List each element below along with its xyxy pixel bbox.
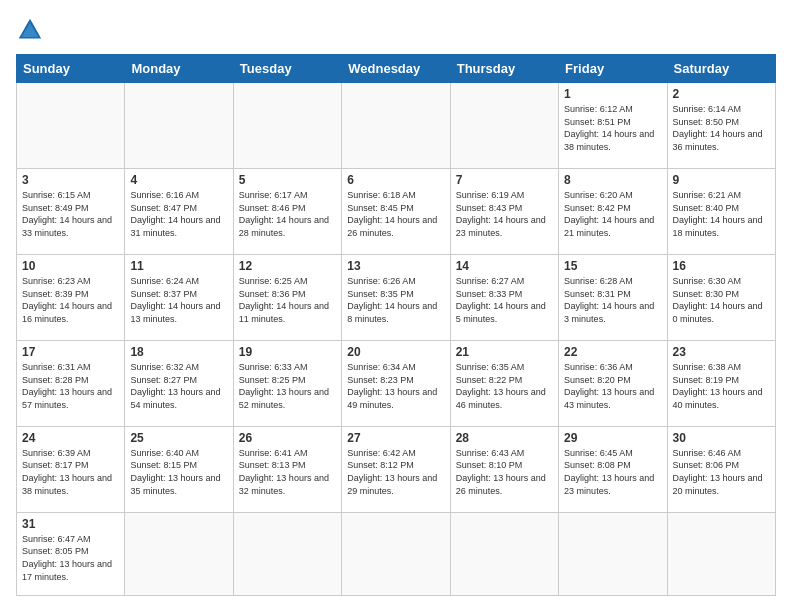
day-number: 17 [22, 345, 119, 359]
calendar-cell: 9Sunrise: 6:21 AM Sunset: 8:40 PM Daylig… [667, 168, 775, 254]
calendar-week-3: 17Sunrise: 6:31 AM Sunset: 8:28 PM Dayli… [17, 340, 776, 426]
calendar-cell: 31Sunrise: 6:47 AM Sunset: 8:05 PM Dayli… [17, 512, 125, 595]
day-number: 9 [673, 173, 770, 187]
day-info: Sunrise: 6:47 AM Sunset: 8:05 PM Dayligh… [22, 534, 112, 582]
calendar-week-1: 3Sunrise: 6:15 AM Sunset: 8:49 PM Daylig… [17, 168, 776, 254]
day-info: Sunrise: 6:40 AM Sunset: 8:15 PM Dayligh… [130, 448, 220, 496]
day-number: 8 [564, 173, 661, 187]
calendar-cell [233, 83, 341, 169]
day-number: 6 [347, 173, 444, 187]
day-number: 12 [239, 259, 336, 273]
calendar-cell [125, 512, 233, 595]
day-info: Sunrise: 6:35 AM Sunset: 8:22 PM Dayligh… [456, 362, 546, 410]
day-number: 19 [239, 345, 336, 359]
calendar-header-wednesday: Wednesday [342, 55, 450, 83]
day-number: 25 [130, 431, 227, 445]
calendar-cell: 1Sunrise: 6:12 AM Sunset: 8:51 PM Daylig… [559, 83, 667, 169]
day-number: 22 [564, 345, 661, 359]
day-info: Sunrise: 6:18 AM Sunset: 8:45 PM Dayligh… [347, 190, 437, 238]
calendar-header-thursday: Thursday [450, 55, 558, 83]
day-info: Sunrise: 6:28 AM Sunset: 8:31 PM Dayligh… [564, 276, 654, 324]
calendar-week-5: 31Sunrise: 6:47 AM Sunset: 8:05 PM Dayli… [17, 512, 776, 595]
calendar-cell: 6Sunrise: 6:18 AM Sunset: 8:45 PM Daylig… [342, 168, 450, 254]
calendar-cell [450, 512, 558, 595]
calendar-cell: 13Sunrise: 6:26 AM Sunset: 8:35 PM Dayli… [342, 254, 450, 340]
day-number: 11 [130, 259, 227, 273]
calendar-cell: 16Sunrise: 6:30 AM Sunset: 8:30 PM Dayli… [667, 254, 775, 340]
calendar-cell [667, 512, 775, 595]
day-number: 5 [239, 173, 336, 187]
day-info: Sunrise: 6:17 AM Sunset: 8:46 PM Dayligh… [239, 190, 329, 238]
day-number: 28 [456, 431, 553, 445]
calendar-cell: 25Sunrise: 6:40 AM Sunset: 8:15 PM Dayli… [125, 426, 233, 512]
day-number: 7 [456, 173, 553, 187]
calendar-cell: 3Sunrise: 6:15 AM Sunset: 8:49 PM Daylig… [17, 168, 125, 254]
day-info: Sunrise: 6:45 AM Sunset: 8:08 PM Dayligh… [564, 448, 654, 496]
day-number: 16 [673, 259, 770, 273]
day-info: Sunrise: 6:30 AM Sunset: 8:30 PM Dayligh… [673, 276, 763, 324]
calendar-header-tuesday: Tuesday [233, 55, 341, 83]
calendar-cell [233, 512, 341, 595]
calendar-cell [342, 512, 450, 595]
calendar-cell: 19Sunrise: 6:33 AM Sunset: 8:25 PM Dayli… [233, 340, 341, 426]
calendar-cell: 12Sunrise: 6:25 AM Sunset: 8:36 PM Dayli… [233, 254, 341, 340]
day-number: 20 [347, 345, 444, 359]
day-info: Sunrise: 6:41 AM Sunset: 8:13 PM Dayligh… [239, 448, 329, 496]
calendar-cell: 2Sunrise: 6:14 AM Sunset: 8:50 PM Daylig… [667, 83, 775, 169]
day-number: 23 [673, 345, 770, 359]
day-info: Sunrise: 6:16 AM Sunset: 8:47 PM Dayligh… [130, 190, 220, 238]
day-number: 26 [239, 431, 336, 445]
logo [16, 16, 48, 44]
calendar-cell [17, 83, 125, 169]
calendar-cell [559, 512, 667, 595]
calendar-cell: 18Sunrise: 6:32 AM Sunset: 8:27 PM Dayli… [125, 340, 233, 426]
day-number: 29 [564, 431, 661, 445]
day-number: 1 [564, 87, 661, 101]
calendar-cell: 23Sunrise: 6:38 AM Sunset: 8:19 PM Dayli… [667, 340, 775, 426]
day-number: 13 [347, 259, 444, 273]
calendar-header-monday: Monday [125, 55, 233, 83]
day-number: 21 [456, 345, 553, 359]
day-info: Sunrise: 6:23 AM Sunset: 8:39 PM Dayligh… [22, 276, 112, 324]
calendar-cell: 10Sunrise: 6:23 AM Sunset: 8:39 PM Dayli… [17, 254, 125, 340]
day-info: Sunrise: 6:43 AM Sunset: 8:10 PM Dayligh… [456, 448, 546, 496]
calendar-week-0: 1Sunrise: 6:12 AM Sunset: 8:51 PM Daylig… [17, 83, 776, 169]
day-info: Sunrise: 6:34 AM Sunset: 8:23 PM Dayligh… [347, 362, 437, 410]
day-info: Sunrise: 6:38 AM Sunset: 8:19 PM Dayligh… [673, 362, 763, 410]
day-info: Sunrise: 6:31 AM Sunset: 8:28 PM Dayligh… [22, 362, 112, 410]
day-info: Sunrise: 6:19 AM Sunset: 8:43 PM Dayligh… [456, 190, 546, 238]
calendar-cell [125, 83, 233, 169]
calendar: SundayMondayTuesdayWednesdayThursdayFrid… [16, 54, 776, 596]
day-info: Sunrise: 6:15 AM Sunset: 8:49 PM Dayligh… [22, 190, 112, 238]
day-number: 15 [564, 259, 661, 273]
day-info: Sunrise: 6:32 AM Sunset: 8:27 PM Dayligh… [130, 362, 220, 410]
calendar-cell: 11Sunrise: 6:24 AM Sunset: 8:37 PM Dayli… [125, 254, 233, 340]
day-info: Sunrise: 6:27 AM Sunset: 8:33 PM Dayligh… [456, 276, 546, 324]
calendar-cell [450, 83, 558, 169]
day-number: 10 [22, 259, 119, 273]
calendar-cell [342, 83, 450, 169]
calendar-cell: 22Sunrise: 6:36 AM Sunset: 8:20 PM Dayli… [559, 340, 667, 426]
day-info: Sunrise: 6:20 AM Sunset: 8:42 PM Dayligh… [564, 190, 654, 238]
day-number: 30 [673, 431, 770, 445]
header [16, 16, 776, 44]
calendar-cell: 7Sunrise: 6:19 AM Sunset: 8:43 PM Daylig… [450, 168, 558, 254]
calendar-cell: 21Sunrise: 6:35 AM Sunset: 8:22 PM Dayli… [450, 340, 558, 426]
calendar-header-sunday: Sunday [17, 55, 125, 83]
calendar-cell: 8Sunrise: 6:20 AM Sunset: 8:42 PM Daylig… [559, 168, 667, 254]
day-number: 27 [347, 431, 444, 445]
day-number: 2 [673, 87, 770, 101]
day-info: Sunrise: 6:33 AM Sunset: 8:25 PM Dayligh… [239, 362, 329, 410]
day-info: Sunrise: 6:39 AM Sunset: 8:17 PM Dayligh… [22, 448, 112, 496]
calendar-cell: 20Sunrise: 6:34 AM Sunset: 8:23 PM Dayli… [342, 340, 450, 426]
day-number: 31 [22, 517, 119, 531]
calendar-cell: 26Sunrise: 6:41 AM Sunset: 8:13 PM Dayli… [233, 426, 341, 512]
calendar-cell: 15Sunrise: 6:28 AM Sunset: 8:31 PM Dayli… [559, 254, 667, 340]
day-number: 3 [22, 173, 119, 187]
day-info: Sunrise: 6:25 AM Sunset: 8:36 PM Dayligh… [239, 276, 329, 324]
calendar-cell: 27Sunrise: 6:42 AM Sunset: 8:12 PM Dayli… [342, 426, 450, 512]
calendar-week-2: 10Sunrise: 6:23 AM Sunset: 8:39 PM Dayli… [17, 254, 776, 340]
calendar-header-friday: Friday [559, 55, 667, 83]
day-info: Sunrise: 6:21 AM Sunset: 8:40 PM Dayligh… [673, 190, 763, 238]
generalblue-icon [16, 16, 44, 44]
